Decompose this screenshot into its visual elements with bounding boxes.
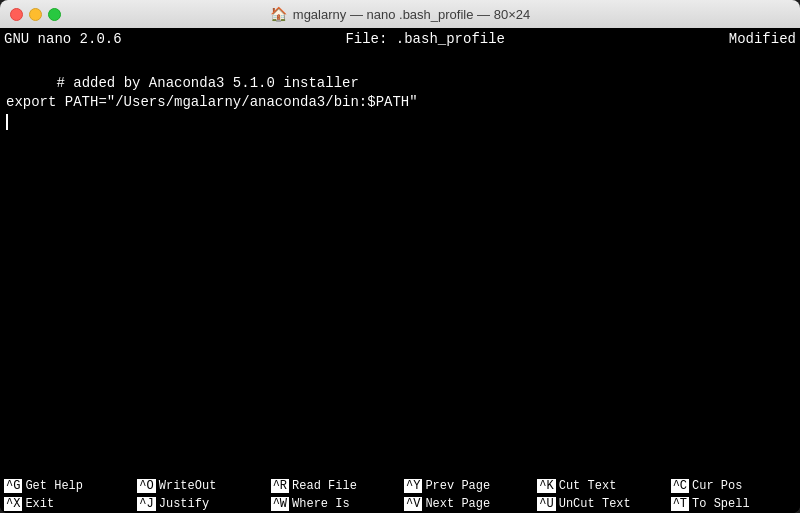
key-justify: ^J xyxy=(137,497,155,511)
traffic-lights xyxy=(10,8,61,21)
label-writeout: WriteOut xyxy=(156,479,217,493)
shortcut-get-help[interactable]: ^G Get Help xyxy=(0,477,133,495)
shortcut-prev-page[interactable]: ^Y Prev Page xyxy=(400,477,533,495)
shortcut-cut-text[interactable]: ^K Cut Text xyxy=(533,477,666,495)
key-writeout: ^O xyxy=(137,479,155,493)
shortcut-uncut-text[interactable]: ^U UnCut Text xyxy=(533,495,666,513)
shortcut-writeout[interactable]: ^O WriteOut xyxy=(133,477,266,495)
label-to-spell: To Spell xyxy=(689,497,750,511)
nano-modified: Modified xyxy=(729,31,796,47)
editor-line1: # added by Anaconda3 5.1.0 installer xyxy=(56,75,358,91)
text-cursor xyxy=(6,114,8,130)
key-uncut-text: ^U xyxy=(537,497,555,511)
shortcut-row-2: ^X Exit ^J Justify ^W Where Is ^V Next P… xyxy=(0,495,800,513)
key-next-page: ^V xyxy=(404,497,422,511)
nano-header: GNU nano 2.0.6 File: .bash_profile Modif… xyxy=(0,28,800,50)
window-title: mgalarny — nano .bash_profile — 80×24 xyxy=(293,7,530,22)
editor-line2: export PATH="/Users/mgalarny/anaconda3/b… xyxy=(6,94,418,110)
key-exit: ^X xyxy=(4,497,22,511)
label-prev-page: Prev Page xyxy=(422,479,490,493)
label-get-help: Get Help xyxy=(22,479,83,493)
close-button[interactable] xyxy=(10,8,23,21)
minimize-button[interactable] xyxy=(29,8,42,21)
home-icon: 🏠 xyxy=(270,6,287,22)
shortcut-bar: ^G Get Help ^O WriteOut ^R Read File ^Y … xyxy=(0,477,800,513)
window: 🏠 mgalarny — nano .bash_profile — 80×24 … xyxy=(0,0,800,513)
shortcut-to-spell[interactable]: ^T To Spell xyxy=(667,495,800,513)
nano-version: GNU nano 2.0.6 xyxy=(4,31,122,47)
shortcut-cur-pos[interactable]: ^C Cur Pos xyxy=(667,477,800,495)
shortcut-next-page[interactable]: ^V Next Page xyxy=(400,495,533,513)
shortcut-where-is[interactable]: ^W Where Is xyxy=(267,495,400,513)
nano-footer: ^G Get Help ^O WriteOut ^R Read File ^Y … xyxy=(0,477,800,513)
key-get-help: ^G xyxy=(4,479,22,493)
shortcut-exit[interactable]: ^X Exit xyxy=(0,495,133,513)
nano-filename: File: .bash_profile xyxy=(345,31,505,47)
label-cur-pos: Cur Pos xyxy=(689,479,742,493)
label-exit: Exit xyxy=(22,497,54,511)
label-cut-text: Cut Text xyxy=(556,479,617,493)
label-read-file: Read File xyxy=(289,479,357,493)
key-cut-text: ^K xyxy=(537,479,555,493)
shortcut-row-1: ^G Get Help ^O WriteOut ^R Read File ^Y … xyxy=(0,477,800,495)
key-to-spell: ^T xyxy=(671,497,689,511)
shortcut-justify[interactable]: ^J Justify xyxy=(133,495,266,513)
label-where-is: Where Is xyxy=(289,497,350,511)
shortcut-read-file[interactable]: ^R Read File xyxy=(267,477,400,495)
key-read-file: ^R xyxy=(271,479,289,493)
label-uncut-text: UnCut Text xyxy=(556,497,631,511)
key-prev-page: ^Y xyxy=(404,479,422,493)
nano-container: GNU nano 2.0.6 File: .bash_profile Modif… xyxy=(0,28,800,513)
key-cur-pos: ^C xyxy=(671,479,689,493)
nano-editor[interactable]: # added by Anaconda3 5.1.0 installer exp… xyxy=(0,50,800,477)
key-where-is: ^W xyxy=(271,497,289,511)
maximize-button[interactable] xyxy=(48,8,61,21)
label-next-page: Next Page xyxy=(422,497,490,511)
title-bar-text: 🏠 mgalarny — nano .bash_profile — 80×24 xyxy=(270,6,530,22)
label-justify: Justify xyxy=(156,497,209,511)
title-bar: 🏠 mgalarny — nano .bash_profile — 80×24 xyxy=(0,0,800,28)
